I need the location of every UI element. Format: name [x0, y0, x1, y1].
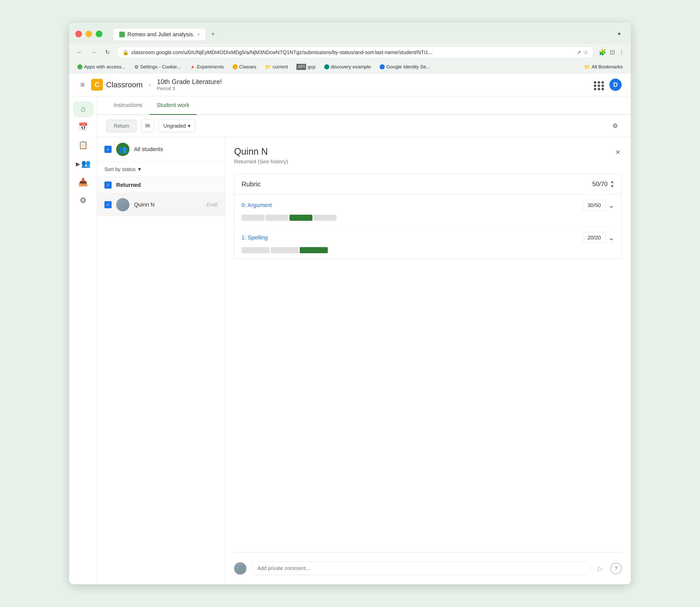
extensions-icon[interactable]: 🧩	[599, 49, 606, 56]
browser-window: Romeo and Juliet analysis. × + ▾ ← → ↻ 🔒…	[69, 23, 631, 584]
tab-close-button[interactable]: ×	[197, 32, 200, 37]
section-returned-header: ✓ Returned	[97, 177, 225, 193]
bookmark-google-identity[interactable]: Google Identity Se...	[377, 63, 432, 71]
more-menu-icon[interactable]: ⋮	[619, 49, 625, 56]
grade-dropdown[interactable]: Ungraded ▾	[159, 120, 195, 132]
two-panel-layout: ✓ 👥 All students Sort by status ▾	[97, 137, 631, 584]
stepper-up-icon: ▲	[610, 180, 614, 184]
main-layout: ⌂ 📅 📋 ▶ 👥 📥 ⚙	[69, 96, 631, 584]
returned-section-checkbox[interactable]: ✓	[104, 182, 111, 189]
rubric-score-stepper[interactable]: ▲ ▼	[610, 180, 614, 188]
sort-dropdown-icon[interactable]: ▾	[138, 166, 141, 172]
tab-student-work[interactable]: Student work	[150, 96, 197, 115]
stepper-down-icon: ▼	[610, 184, 614, 188]
hamburger-menu-button[interactable]: ≡	[78, 79, 86, 91]
user-avatar[interactable]: D	[610, 79, 622, 91]
bookmark-favicon	[379, 64, 385, 69]
sidebar-expand-people[interactable]: ▶ 👥	[74, 155, 93, 172]
active-tab[interactable]: Romeo and Juliet analysis. ×	[114, 28, 205, 40]
logo-letter: C	[95, 81, 100, 89]
send-comment-button[interactable]: ▷	[595, 563, 606, 574]
detail-student-name: Quinn N	[234, 146, 288, 157]
profile-icon[interactable]: ⊡	[610, 49, 615, 56]
sidebar-item-home[interactable]: ⌂	[73, 101, 94, 117]
email-icon: ✉	[145, 122, 150, 129]
window-dropdown[interactable]: ▾	[618, 30, 625, 37]
new-tab-button[interactable]: +	[206, 27, 219, 40]
student-checkbox[interactable]: ✓	[104, 201, 111, 208]
all-students-avatar: 👥	[116, 143, 129, 156]
detail-close-button[interactable]: ×	[614, 146, 622, 158]
private-comment-input[interactable]	[251, 562, 590, 575]
criterion-1-score-control: 30/50 ⌄	[582, 200, 614, 211]
segment-active	[300, 247, 328, 253]
google-apps-button[interactable]	[594, 79, 605, 90]
bookmark-classes[interactable]: Classes	[230, 63, 259, 71]
refresh-button[interactable]: ↻	[103, 48, 112, 57]
share-icon[interactable]: ↗	[577, 49, 581, 56]
url-text: classroom.google.com/u/0/c/NjEyMDI4ODIxM…	[131, 49, 574, 56]
close-dot[interactable]	[75, 30, 82, 37]
help-button[interactable]: ?	[611, 563, 622, 574]
bookmark-label: Experiments	[197, 64, 224, 70]
bookmark-icon[interactable]: ☆	[583, 49, 588, 56]
all-bookmarks-button[interactable]: 📁 All Bookmarks	[582, 63, 625, 71]
bookmark-label: gcp	[308, 64, 315, 70]
detail-student-status: Returned (See history)	[234, 159, 288, 165]
question-mark-icon: ?	[615, 565, 618, 572]
bookmark-discovery[interactable]: discovery example	[322, 63, 373, 71]
rubric-criterion-1: 0: Argument 30/50 ⌄	[234, 194, 621, 227]
expand-arrow: ▶	[76, 161, 80, 167]
student-row[interactable]: ✓ Quinn N Draft	[97, 193, 225, 216]
segment-inactive	[266, 215, 288, 221]
all-students-row[interactable]: ✓ 👥 All students	[97, 137, 225, 162]
back-button[interactable]: ←	[75, 48, 84, 57]
maximize-dot[interactable]	[96, 30, 102, 37]
bookmark-folder-icon: 📁	[265, 64, 271, 70]
bookmark-settings[interactable]: ⚙ Settings - Cookie...	[132, 63, 183, 71]
criterion-2-expand-button[interactable]: ⌄	[609, 234, 614, 242]
rubric-section: Rubric 50/70 ▲ ▼	[234, 174, 622, 259]
segment-active	[289, 215, 312, 221]
settings-gear-button[interactable]: ⚙	[609, 120, 622, 132]
home-icon: ⌂	[81, 104, 85, 113]
bookmark-gcp[interactable]: API gcp	[294, 63, 317, 71]
criterion-1-progress	[242, 215, 614, 221]
sidebar: ⌂ 📅 📋 ▶ 👥 📥 ⚙	[69, 96, 97, 584]
sidebar-item-archive[interactable]: 📥	[73, 174, 94, 191]
tab-favicon	[119, 32, 125, 37]
content-area: Instructions Student work Return ✉ Ungra…	[97, 96, 631, 584]
return-button[interactable]: Return	[106, 120, 137, 132]
app-container: ≡ C Classroom › 10th Grade Literature! P…	[69, 73, 631, 584]
grade-dropdown-label: Ungraded	[163, 123, 186, 129]
tab-instructions[interactable]: Instructions	[106, 96, 150, 115]
minimize-dot[interactable]	[85, 30, 92, 37]
sidebar-item-assignments[interactable]: 📋	[73, 137, 94, 153]
all-students-checkbox[interactable]: ✓	[104, 146, 111, 153]
bookmark-experiments[interactable]: 🔺 Experiments	[188, 63, 226, 71]
student-panel: ✓ 👥 All students Sort by status ▾	[97, 137, 225, 584]
comment-area: ▷ ?	[234, 552, 622, 575]
bookmark-favicon	[232, 64, 238, 69]
sidebar-item-calendar[interactable]: 📅	[73, 119, 94, 135]
bookmark-settings-icon: ⚙	[134, 64, 139, 70]
sidebar-item-settings[interactable]: ⚙	[73, 193, 94, 209]
student-detail-info: Quinn N Returned (See history)	[234, 146, 288, 165]
bookmark-label: Google Identity Se...	[386, 64, 430, 70]
bookmark-api-icon: API	[296, 64, 306, 70]
student-avatar-image	[116, 198, 129, 211]
classroom-logo-icon: C	[91, 79, 103, 91]
commenter-avatar	[234, 562, 246, 574]
email-button[interactable]: ✉	[141, 120, 154, 132]
criterion-1-expand-button[interactable]: ⌄	[609, 201, 614, 210]
detail-panel: Quinn N Returned (See history) × Rubric …	[225, 137, 631, 584]
student-avatar	[116, 198, 129, 211]
bookmark-current[interactable]: 📁 current	[263, 63, 290, 71]
criterion-2-score: 20/20	[582, 232, 606, 243]
criterion-2-progress	[242, 247, 614, 253]
bookmark-label: discovery example	[331, 64, 371, 70]
forward-button[interactable]: →	[89, 48, 98, 57]
bookmark-apps[interactable]: Apps with access...	[75, 63, 128, 71]
address-bar[interactable]: 🔒 classroom.google.com/u/0/c/NjEyMDI4ODI…	[117, 46, 594, 58]
bookmark-favicon	[324, 64, 329, 69]
